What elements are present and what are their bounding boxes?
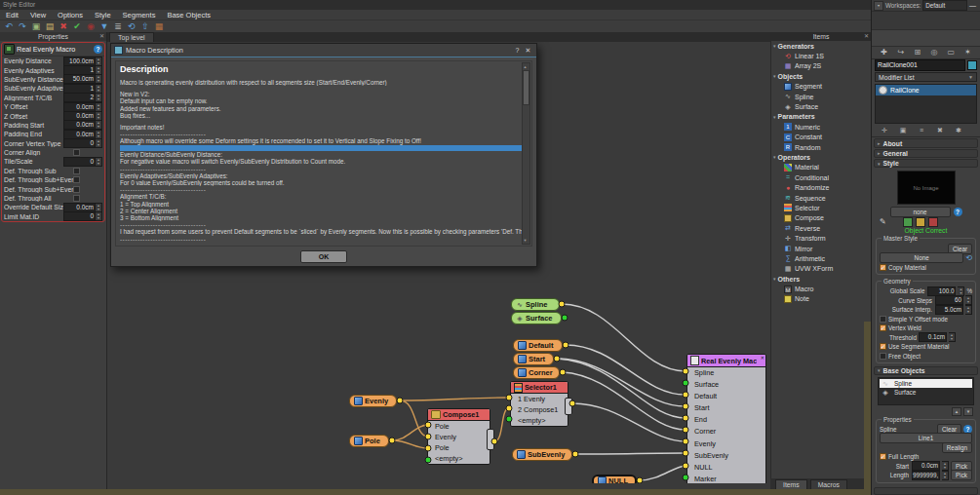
items-tree-row[interactable]: Constant (771, 133, 871, 142)
style-name-button[interactable]: none (890, 207, 951, 217)
spinner-arrows[interactable] (942, 461, 949, 471)
node-input-row[interactable]: <empty> (511, 415, 568, 426)
items-tree-row[interactable]: Macro (771, 284, 871, 293)
node-default[interactable]: Default (513, 339, 563, 352)
delete-icon[interactable]: ✖ (57, 20, 70, 32)
spinner-arrows[interactable] (96, 211, 102, 221)
workspaces-dropdown[interactable]: Default (922, 0, 967, 11)
package-icon[interactable]: ▦ (152, 20, 166, 32)
macro-input-row[interactable]: Corner (687, 426, 765, 438)
items-tree-row[interactable]: Randomize (771, 182, 871, 192)
node-evenly[interactable]: Evenly (349, 395, 397, 407)
load-style-icon[interactable] (903, 217, 913, 227)
close-icon[interactable]: ✕ (99, 32, 104, 41)
macro-input-row[interactable]: Evenly (687, 438, 765, 450)
node-pole[interactable]: Pole (349, 435, 389, 447)
property-value-field[interactable]: 0 (63, 157, 96, 167)
items-tree-row[interactable]: Arithmetic (771, 253, 871, 263)
motion-tab-icon[interactable]: ◎ (927, 47, 941, 58)
node-input-row[interactable]: Evenly (428, 432, 490, 442)
show-end-result-icon[interactable]: ▣ (896, 125, 910, 136)
property-checkbox[interactable] (73, 176, 80, 183)
items-tree-row[interactable]: Linear 1S (771, 51, 871, 60)
node-input-row[interactable]: Pole (428, 421, 490, 432)
surface-interp-field[interactable]: 5.0cm (935, 305, 963, 315)
record-icon[interactable]: ◉ (84, 20, 98, 32)
minimize-icon[interactable]: — (969, 2, 978, 9)
items-tree-row[interactable]: Reverse (771, 223, 871, 233)
menu-item[interactable]: Options (52, 11, 89, 19)
items-tree-row[interactable]: Objects (771, 71, 871, 81)
realign-button[interactable]: Realign (942, 442, 972, 453)
macro-input-row[interactable]: Surface (687, 379, 765, 391)
display-tab-icon[interactable]: ▭ (944, 47, 958, 58)
node-input-row[interactable]: 2 Compose1 (511, 404, 568, 415)
items-tree-row[interactable]: Random (771, 142, 871, 152)
items-tree-row[interactable]: Numeric (771, 122, 871, 132)
master-style-button[interactable]: None (880, 252, 963, 263)
spinner-arrows[interactable] (96, 138, 102, 148)
ok-button[interactable]: OK (300, 250, 347, 263)
menu-item[interactable]: Segments (117, 11, 162, 19)
close-button[interactable]: ✕ (523, 47, 533, 55)
items-tree-row[interactable]: Note (771, 294, 871, 304)
spinner-arrows[interactable] (949, 332, 956, 342)
items-tree-row[interactable]: Operators (771, 152, 871, 162)
property-checkbox[interactable] (73, 149, 80, 156)
node-canvas[interactable]: ∿ Spline ◈ Surface Default Start Corner … (107, 42, 770, 483)
base-object-row[interactable]: Surface (880, 388, 972, 397)
remove-base-object-button[interactable]: ▼ (963, 407, 973, 416)
menu-item[interactable]: Style (89, 11, 117, 19)
items-panel-header[interactable]: Items ✕ (771, 32, 871, 41)
delete-style-icon[interactable] (928, 217, 938, 227)
node-compose1[interactable]: Compose1 PoleEvenlyPole<empty> (427, 408, 490, 465)
help-button[interactable]: ? (512, 47, 523, 54)
modifier-stack-item[interactable]: RailClone (876, 85, 976, 95)
copy-icon[interactable]: ▣ (29, 20, 43, 32)
selector-node-header[interactable]: Selector1 (511, 382, 568, 394)
items-tree-row[interactable]: Mirror (771, 244, 871, 253)
macro-input-row[interactable]: Start (687, 402, 765, 414)
node-selector1[interactable]: Selector1 1 Evenly2 Compose1<empty> (510, 381, 568, 427)
copy-material-checkbox[interactable] (880, 264, 886, 271)
curve-steps-field[interactable]: 60 (935, 295, 963, 305)
property-checkbox[interactable] (73, 168, 80, 174)
items-tree-row[interactable]: Conditional (771, 172, 871, 182)
full-length-checkbox[interactable] (880, 453, 886, 460)
make-unique-icon[interactable]: ≡ (915, 125, 928, 136)
rollout-about[interactable]: ▸ About (874, 138, 978, 147)
collapsed-rollout[interactable] (874, 487, 978, 495)
spinner-arrows[interactable] (965, 305, 972, 315)
utilities-tab-icon[interactable]: ✶ (960, 47, 974, 58)
configure-modifier-sets-icon[interactable]: ✱ (952, 125, 965, 136)
start-field[interactable]: 0.0cm (912, 461, 940, 471)
node-surface[interactable]: ◈ Surface (511, 312, 562, 324)
items-tree-row[interactable]: UVW XForm (771, 264, 871, 274)
macro-input-row[interactable]: NULL (687, 462, 765, 474)
items-tree-row[interactable]: Segment (771, 82, 871, 92)
spinner-arrows[interactable] (96, 157, 102, 167)
menu-item[interactable]: Base Objects (161, 11, 216, 19)
panel-tab[interactable]: Items (775, 479, 807, 489)
node-resize-tab[interactable] (487, 429, 494, 450)
items-tree-row[interactable]: Generators (771, 41, 871, 51)
add-base-object-button[interactable]: ▲ (952, 407, 961, 416)
spinner-arrows[interactable] (965, 295, 972, 305)
undo-icon[interactable]: ↶ (2, 20, 16, 32)
export-icon[interactable]: ⇧ (138, 20, 152, 32)
items-tree-row[interactable]: Sequence (771, 193, 871, 203)
property-value-field[interactable]: 0 (63, 211, 96, 221)
menu-item[interactable]: View (24, 11, 52, 19)
dialog-titlebar[interactable]: Macro Description ? ✕ (111, 44, 536, 57)
pin-stack-icon[interactable]: ✛ (878, 125, 891, 136)
property-checkbox[interactable] (73, 195, 80, 202)
macro-input-row[interactable]: Marker (687, 474, 765, 483)
macro-input-row[interactable]: SubEvenly (687, 450, 765, 462)
items-tree-row[interactable]: Parameters (771, 112, 871, 122)
node-input-row[interactable]: 1 Evenly (511, 394, 568, 404)
vertex-weld-checkbox[interactable] (880, 324, 886, 331)
validate-icon[interactable]: ✔ (70, 20, 84, 32)
items-tree-row[interactable]: Compose (771, 213, 871, 223)
items-tree-row[interactable]: Surface (771, 101, 871, 111)
redo-icon[interactable]: ↷ (16, 20, 29, 32)
